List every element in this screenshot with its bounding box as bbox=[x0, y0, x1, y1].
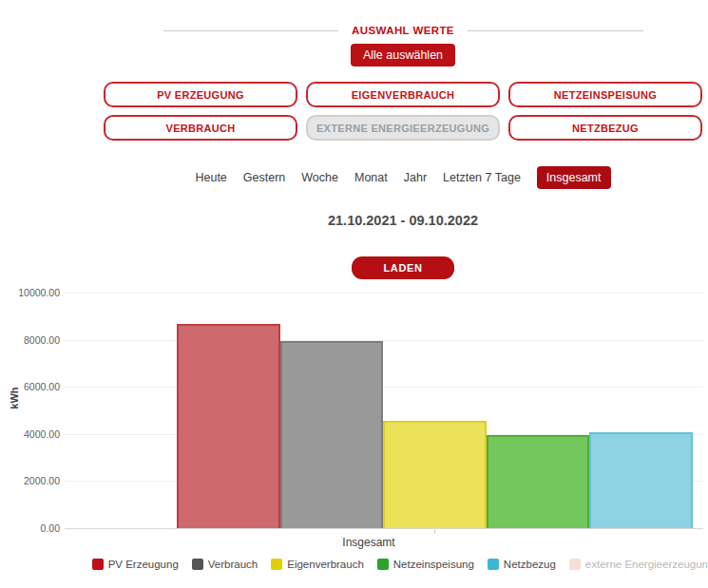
gridline bbox=[65, 293, 703, 294]
bar-eigenverbrauch[interactable] bbox=[383, 421, 487, 528]
tab-letzten-7-tage[interactable]: Letzten 7 Tage bbox=[443, 166, 521, 189]
x-axis-line bbox=[65, 528, 703, 529]
select-all-button[interactable]: Alle auswählen bbox=[351, 44, 455, 66]
value-button-netzeinspeisung[interactable]: NETZEINSPEISUNG bbox=[508, 82, 702, 107]
tab-insgesamt[interactable]: Insgesamt bbox=[537, 166, 611, 189]
legend-label: Netzeinspeisung bbox=[393, 559, 474, 570]
y-tick-label: 0.00 bbox=[0, 522, 60, 534]
divider-line-left bbox=[163, 30, 339, 31]
tab-jahr[interactable]: Jahr bbox=[404, 166, 427, 189]
period-tab-bar: HeuteGesternWocheMonatJahrLetzten 7 Tage… bbox=[98, 166, 708, 189]
legend-swatch-eigenverbrauch bbox=[271, 559, 282, 570]
legend-label: PV Erzeugung bbox=[108, 559, 179, 570]
value-button-pv-erzeugung[interactable]: PV ERZEUGUNG bbox=[104, 82, 297, 107]
legend-item-verbrauch[interactable]: Verbrauch bbox=[192, 559, 258, 570]
load-button[interactable]: LADEN bbox=[352, 256, 455, 279]
legend-label: Verbrauch bbox=[208, 559, 258, 570]
x-axis-category-label: Insgesamt bbox=[342, 536, 394, 549]
value-button-grid: PV ERZEUGUNGEIGENVERBRAUCHNETZEINSPEISUN… bbox=[104, 82, 702, 141]
divider-line-right bbox=[468, 30, 643, 31]
legend-item-netzeinspeisung[interactable]: Netzeinspeisung bbox=[377, 559, 474, 570]
legend-item-pv-erzeugung[interactable]: PV Erzeugung bbox=[92, 559, 179, 570]
y-tick-label: 2000.00 bbox=[0, 475, 60, 486]
legend-label: Netzbezug bbox=[504, 559, 556, 570]
bar-pv-erzeugung[interactable] bbox=[177, 324, 280, 528]
bar-verbrauch[interactable] bbox=[280, 341, 384, 528]
legend-label: externe Energieerzeugung bbox=[585, 559, 708, 570]
legend-item-netzbezug[interactable]: Netzbezug bbox=[488, 559, 556, 570]
legend-swatch-externe-energieerzeugung bbox=[569, 559, 581, 570]
main-panel: AUSWAHL WERTE Alle auswählen PV ERZEUGUN… bbox=[98, 0, 708, 279]
gridline bbox=[65, 340, 703, 341]
section-divider: AUSWAHL WERTE bbox=[163, 25, 643, 36]
value-button-externe-energieerzeugung: EXTERNE ENERGIEERZEUGUNG bbox=[306, 115, 500, 141]
date-range-label: 21.10.2021 - 09.10.2022 bbox=[98, 213, 708, 228]
legend-item-externe-energieerzeugung[interactable]: externe Energieerzeugung bbox=[569, 559, 708, 570]
value-button-netzbezug[interactable]: NETZBEZUG bbox=[508, 115, 702, 141]
gridline bbox=[65, 387, 703, 388]
legend-swatch-netzeinspeisung bbox=[377, 559, 389, 570]
y-tick-label: 8000.00 bbox=[0, 334, 60, 346]
tab-heute[interactable]: Heute bbox=[195, 166, 226, 189]
legend-item-eigenverbrauch[interactable]: Eigenverbrauch bbox=[271, 559, 364, 570]
bar-netzbezug[interactable] bbox=[589, 432, 693, 528]
legend-swatch-verbrauch bbox=[192, 559, 203, 570]
tab-gestern[interactable]: Gestern bbox=[243, 166, 285, 189]
chart-plot-area bbox=[65, 293, 703, 528]
legend-swatch-pv-erzeugung bbox=[92, 559, 104, 570]
tab-monat[interactable]: Monat bbox=[354, 166, 388, 189]
chart-legend: PV ErzeugungVerbrauchEigenverbrauchNetze… bbox=[98, 559, 708, 570]
bar-netzeinspeisung[interactable] bbox=[487, 435, 590, 528]
value-button-eigenverbrauch[interactable]: EIGENVERBRAUCH bbox=[306, 82, 500, 107]
value-button-verbrauch[interactable]: VERBRAUCH bbox=[104, 115, 297, 141]
y-tick-label: 6000.00 bbox=[0, 381, 60, 392]
y-tick-label: 4000.00 bbox=[0, 428, 60, 440]
y-tick-label: 10000.00 bbox=[0, 287, 60, 298]
tab-woche[interactable]: Woche bbox=[301, 166, 338, 189]
section-title: AUSWAHL WERTE bbox=[338, 25, 468, 36]
legend-swatch-netzbezug bbox=[488, 559, 499, 570]
legend-label: Eigenverbrauch bbox=[287, 559, 364, 570]
